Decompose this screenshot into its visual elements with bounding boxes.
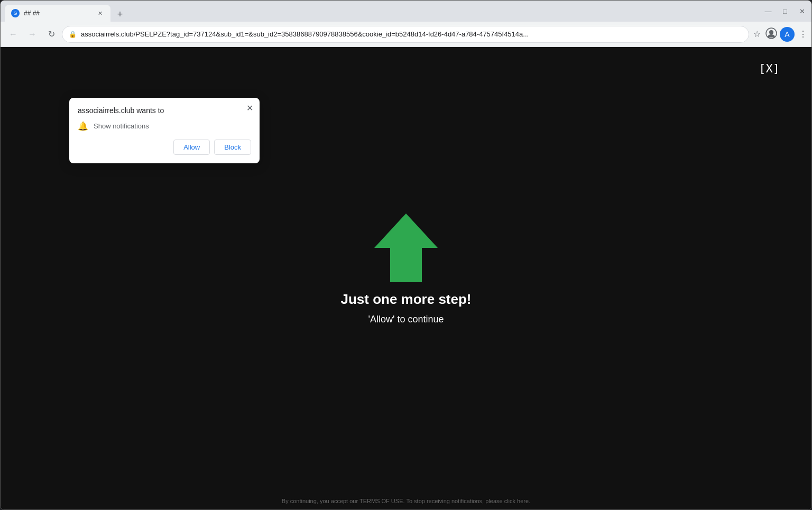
popup-close-button[interactable]: ✕ [246,103,253,113]
green-arrow-icon [372,211,440,285]
browser-window: G ## ## ✕ + — □ ✕ ← → ↻ 🔒 associairrels.… [0,0,812,510]
page-center-content: Just one more step! 'Allow' to continue [340,211,471,325]
url-text: associairrels.club/PSELPZE?tag_id=737124… [81,30,742,38]
account-icon[interactable] [765,27,778,42]
svg-marker-2 [374,214,438,282]
browser-menu-icon[interactable]: ⋮ [799,29,807,39]
popup-title: associairrels.club wants to [78,106,251,115]
close-bracket-button[interactable]: [X] [759,62,780,75]
page-content: ✕ associairrels.club wants to 🔔 Show not… [1,47,811,509]
tab-title: ## ## [24,10,91,17]
window-controls: — □ ✕ [763,6,807,16]
back-button[interactable]: ← [5,26,22,43]
close-button[interactable]: ✕ [797,6,807,16]
profile-avatar[interactable]: A [780,27,795,42]
page-footer: By continuing, you accept our TERMS OF U… [282,498,530,504]
popup-notification-label: Show notifications [94,122,149,130]
tab-close-button[interactable]: ✕ [96,9,104,17]
page-subtext: 'Allow' to continue [368,314,444,325]
forward-button[interactable]: → [24,26,41,43]
active-tab[interactable]: G ## ## ✕ [5,5,110,22]
svg-point-1 [769,30,773,34]
address-bar[interactable]: 🔒 associairrels.club/PSELPZE?tag_id=7371… [62,26,749,43]
nav-right-controls: ☆ A ⋮ [751,27,807,42]
bell-icon: 🔔 [78,121,88,131]
tab-favicon: G [11,9,20,17]
new-tab-button[interactable]: + [113,7,127,22]
popup-notification-row: 🔔 Show notifications [78,121,251,131]
tab-strip: G ## ## ✕ + [5,1,759,22]
reload-button[interactable]: ↻ [43,26,60,43]
bookmark-icon[interactable]: ☆ [753,29,761,39]
minimize-button[interactable]: — [763,6,773,16]
page-heading: Just one more step! [340,291,471,308]
popup-buttons: Allow Block [78,140,251,155]
maximize-button[interactable]: □ [780,6,790,16]
block-button[interactable]: Block [214,140,251,155]
nav-bar: ← → ↻ 🔒 associairrels.club/PSELPZE?tag_i… [1,22,811,47]
allow-button[interactable]: Allow [173,140,210,155]
notification-popup: ✕ associairrels.club wants to 🔔 Show not… [69,98,260,163]
title-bar: G ## ## ✕ + — □ ✕ [1,1,811,22]
lock-icon: 🔒 [69,31,77,38]
